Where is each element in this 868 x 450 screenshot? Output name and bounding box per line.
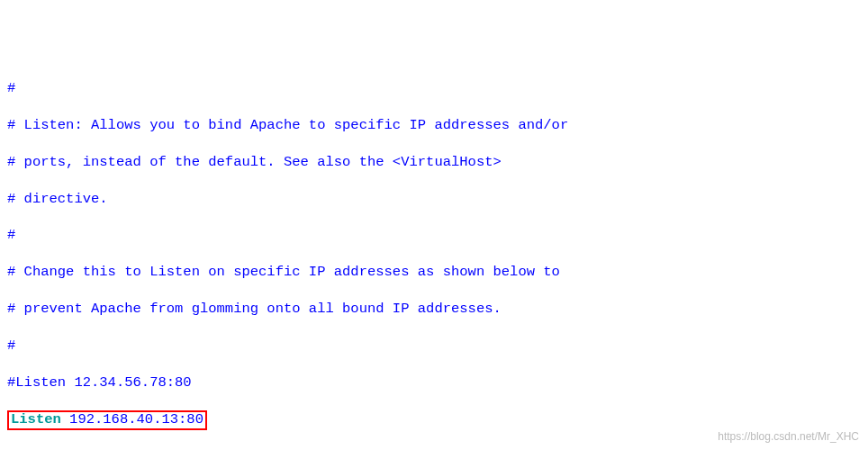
config-comment-line: # (7, 337, 861, 355)
config-comment-line: # prevent Apache from glomming onto all … (7, 300, 861, 318)
config-comment-line: # ports, instead of the default. See als… (7, 153, 861, 171)
config-comment-line: #Listen 12.34.56.78:80 (7, 374, 861, 392)
config-comment-line: # directive. (7, 190, 861, 208)
config-comment-line: # Change this to Listen on specific IP a… (7, 263, 861, 281)
config-comment-line: # Listen: Allows you to bind Apache to s… (7, 116, 861, 134)
config-comment-line: # (7, 79, 861, 97)
listen-keyword: Listen (11, 411, 61, 428)
listen-directive-line: Listen 192.168.40.13:80 (7, 410, 861, 430)
watermark-text: https://blog.csdn.net/Mr_XHC (718, 430, 859, 445)
config-comment-line: # (7, 226, 861, 244)
highlight-box: Listen 192.168.40.13:80 (7, 410, 207, 430)
listen-value: 192.168.40.13:80 (61, 411, 203, 428)
